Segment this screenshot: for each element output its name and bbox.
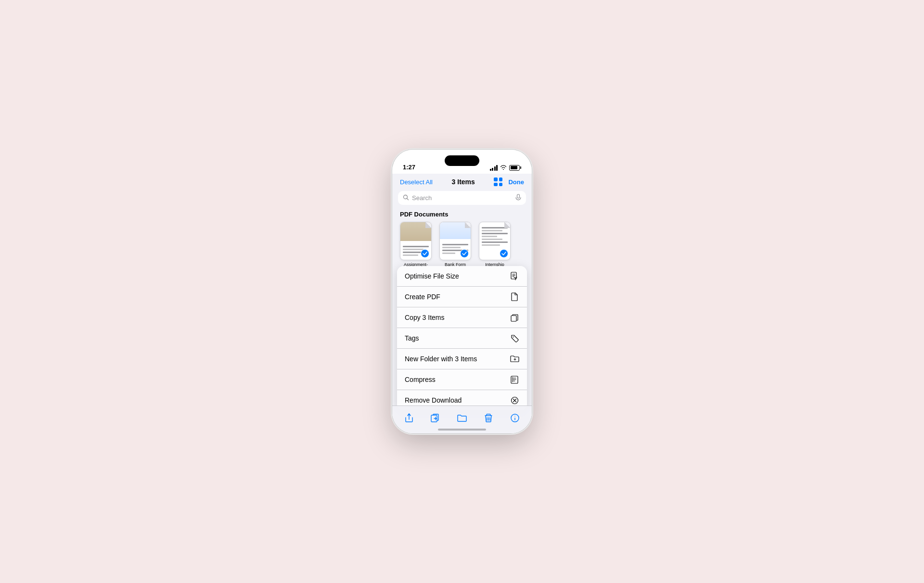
status-icons: [490, 165, 522, 171]
wifi-icon: [500, 165, 507, 171]
compress-icon: [510, 375, 519, 384]
more-button[interactable]: [506, 409, 524, 427]
nav-bar: Deselect All 3 Items Done: [392, 174, 532, 189]
microphone-icon: [515, 194, 521, 202]
file-thumbnail: [479, 222, 511, 260]
section-header: PDF Documents: [392, 209, 532, 222]
phone-device: 1:27: [392, 150, 532, 433]
search-placeholder: Search: [412, 194, 513, 202]
search-icon: [403, 194, 409, 202]
trash-button[interactable]: [480, 409, 497, 427]
optimise-icon: [510, 271, 519, 281]
file-thumbnail: [400, 222, 432, 260]
grid-view-button[interactable]: [494, 177, 502, 186]
status-time: 1:27: [403, 164, 415, 171]
context-menu-item-tags[interactable]: Tags: [397, 328, 527, 349]
share-button[interactable]: [400, 409, 418, 427]
copy-icon: [510, 313, 519, 322]
selected-badge: [421, 249, 429, 258]
search-bar[interactable]: Search: [398, 191, 526, 205]
svg-point-5: [513, 336, 513, 337]
new-folder-icon: [510, 354, 519, 364]
signal-icon: [490, 165, 498, 171]
remove-download-icon: [510, 395, 519, 405]
selected-badge: [460, 249, 469, 258]
context-menu: Optimise File Size Create PDF: [397, 266, 527, 410]
nav-right-buttons: Done: [494, 177, 524, 186]
home-indicator: [438, 429, 486, 431]
context-menu-item-create-pdf[interactable]: Create PDF: [397, 287, 527, 307]
context-menu-item-new-folder[interactable]: New Folder with 3 Items: [397, 349, 527, 369]
tag-icon: [510, 333, 519, 343]
dynamic-island: [445, 155, 479, 166]
selected-badge: [500, 249, 508, 258]
done-button[interactable]: Done: [508, 178, 524, 186]
nav-title: 3 Items: [452, 178, 475, 186]
add-to-button[interactable]: [427, 409, 444, 427]
context-menu-item-optimise[interactable]: Optimise File Size: [397, 266, 527, 287]
create-pdf-icon: [510, 292, 519, 302]
svg-rect-4: [511, 316, 516, 321]
svg-rect-1: [517, 194, 520, 198]
context-menu-item-compress[interactable]: Compress: [397, 369, 527, 390]
deselect-all-button[interactable]: Deselect All: [400, 178, 433, 186]
context-menu-item-copy[interactable]: Copy 3 Items: [397, 307, 527, 328]
folder-button[interactable]: [453, 409, 471, 427]
phone-content: Deselect All 3 Items Done Search: [392, 174, 532, 433]
battery-icon: [509, 165, 521, 171]
file-thumbnail: [439, 222, 471, 260]
